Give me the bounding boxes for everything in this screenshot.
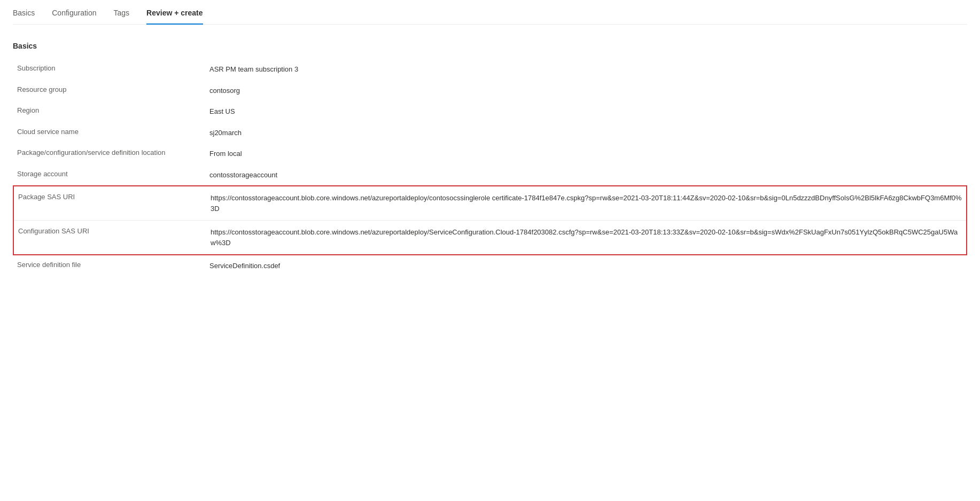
label-configuration-sas-uri: Configuration SAS URI [14, 221, 206, 254]
tab-navigation: Basics Configuration Tags Review + creat… [13, 0, 967, 25]
value-service-definition-file: ServiceDefinition.csdef [205, 255, 967, 277]
value-resource-group: contosorg [205, 80, 967, 101]
label-package-config-location: Package/configuration/service definition… [13, 143, 205, 165]
row-resource-group: Resource group contosorg [13, 80, 967, 101]
row-cloud-service-name: Cloud service name sj20march [13, 122, 967, 144]
row-package-sas-uri: Package SAS URI https://contosstorageacc… [14, 186, 966, 221]
basics-section: Basics Subscription ASR PM team subscrip… [13, 42, 967, 277]
highlighted-rows-group: Package SAS URI https://contosstorageacc… [13, 185, 967, 255]
row-storage-account: Storage account contosstorageaccount [13, 165, 967, 186]
label-service-definition-file: Service definition file [13, 255, 205, 277]
row-package-config-location: Package/configuration/service definition… [13, 143, 967, 165]
value-region: East US [205, 101, 967, 122]
value-cloud-service-name: sj20march [205, 122, 967, 144]
label-subscription: Subscription [13, 59, 205, 80]
tab-review-create[interactable]: Review + create [146, 9, 203, 25]
row-region: Region East US [13, 101, 967, 122]
label-region: Region [13, 101, 205, 122]
tab-basics[interactable]: Basics [13, 9, 35, 25]
row-subscription: Subscription ASR PM team subscription 3 [13, 59, 967, 80]
tab-configuration[interactable]: Configuration [52, 9, 96, 25]
section-title: Basics [13, 42, 967, 50]
row-service-definition-file: Service definition file ServiceDefinitio… [13, 255, 967, 277]
label-resource-group: Resource group [13, 80, 205, 101]
label-package-sas-uri: Package SAS URI [14, 186, 206, 220]
label-cloud-service-name: Cloud service name [13, 122, 205, 144]
value-subscription: ASR PM team subscription 3 [205, 59, 967, 80]
row-configuration-sas-uri: Configuration SAS URI https://contosstor… [14, 221, 966, 254]
label-storage-account: Storage account [13, 165, 205, 186]
value-configuration-sas-uri: https://contosstorageaccount.blob.core.w… [206, 221, 966, 254]
tab-tags[interactable]: Tags [114, 9, 130, 25]
value-storage-account: contosstorageaccount [205, 165, 967, 186]
value-package-sas-uri: https://contosstorageaccount.blob.core.w… [206, 186, 966, 220]
value-package-config-location: From local [205, 143, 967, 165]
